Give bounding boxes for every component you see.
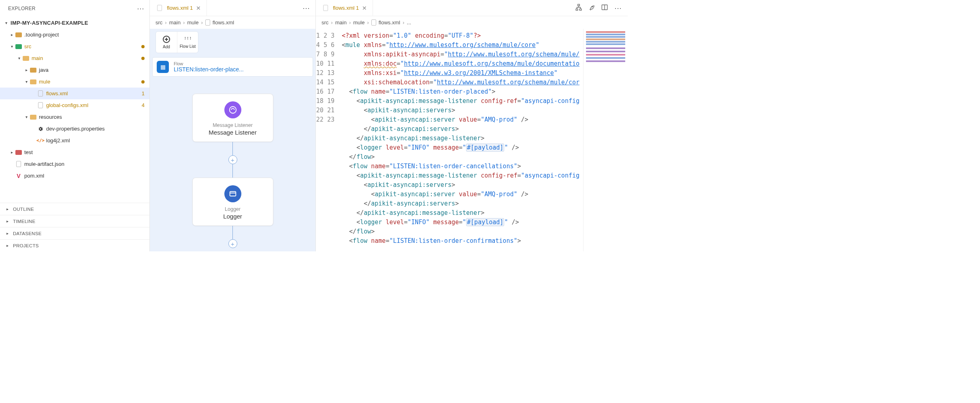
sliders-icon xyxy=(184,36,192,43)
design-breadcrumbs[interactable]: src› main› mule› flows.xml xyxy=(150,16,315,29)
section-outline[interactable]: ▸OUTLINE xyxy=(0,203,149,215)
svg-rect-1 xyxy=(230,192,236,196)
tree-item-src[interactable]: ▾ src xyxy=(0,41,149,52)
section-datasense[interactable]: ▸DATASENSE xyxy=(0,227,149,239)
chevron-right-icon: ▸ xyxy=(9,150,15,154)
file-icon xyxy=(36,102,45,108)
section-label: PROJECTS xyxy=(13,243,39,248)
section-projects[interactable]: ▸PROJECTS xyxy=(0,239,149,251)
tree-item-mule[interactable]: ▾ mule xyxy=(0,76,149,88)
flow-list-button[interactable]: Flow List xyxy=(177,32,198,53)
explorer-title: EXPLORER xyxy=(8,6,36,11)
tree-label: flows.xml xyxy=(46,90,68,96)
file-icon xyxy=(322,5,330,11)
line-gutter: 1 2 3 4 5 6 7 8 9 10 11 12 13 14 15 16 1… xyxy=(316,29,339,251)
split-editor-icon[interactable] xyxy=(601,4,608,12)
code-content[interactable]: <?xml version="1.0" encoding="UTF-8"?> <… xyxy=(339,29,583,251)
rocket-icon[interactable] xyxy=(588,4,595,12)
tree-item-global-configs[interactable]: ▸ global-configs.xml 4 xyxy=(0,99,149,111)
folder-icon xyxy=(29,115,37,120)
chevron-right-icon: ▸ xyxy=(23,68,29,72)
toolbar-label: Add xyxy=(163,45,170,49)
tree-item-java[interactable]: ▸ java xyxy=(0,64,149,76)
chevron-right-icon: › xyxy=(201,19,202,26)
component-message-listener[interactable]: Message Listener Message Listener xyxy=(192,94,273,142)
file-icon xyxy=(205,19,210,26)
editor-more-icon[interactable]: ⋯ xyxy=(614,4,622,12)
tree-item-test[interactable]: ▸ test xyxy=(0,146,149,158)
connector-line xyxy=(232,164,233,178)
component-kind: Logger xyxy=(198,206,268,212)
component-logger[interactable]: Logger Logger xyxy=(192,178,273,226)
tab-title: flows.xml 1 xyxy=(333,5,359,11)
folder-icon xyxy=(22,56,30,61)
tree-item-resources[interactable]: ▾ resources xyxy=(0,111,149,123)
minimap[interactable] xyxy=(583,29,628,251)
hierarchy-icon[interactable] xyxy=(575,4,582,12)
toolbar-label: Flow List xyxy=(180,44,196,49)
editor-tabbar: flows.xml 1 ✕ ⋯ xyxy=(316,0,628,16)
add-component-button[interactable]: + xyxy=(228,239,237,248)
chevron-right-icon: ▸ xyxy=(5,243,11,248)
crumb[interactable]: main xyxy=(335,19,347,26)
crumb[interactable]: src xyxy=(322,19,328,26)
design-tabbar: flows.xml 1 ✕ ⋯ xyxy=(150,0,315,16)
crumb[interactable]: src xyxy=(156,19,162,26)
sidebar-sections: ▸OUTLINE ▸TIMELINE ▸DATASENSE ▸PROJECTS xyxy=(0,203,149,251)
flow-node-title: LISTEN:listen-order-place... xyxy=(174,66,244,73)
project-root-row[interactable]: ▾ IMP-MY-ASYNCAPI-EXAMPLE xyxy=(0,17,149,29)
tree-item-devprops[interactable]: ▸ dev-properties.properties xyxy=(0,123,149,135)
design-canvas-wrap: Add Flow List ▦ Flow LISTEN:listen-order… xyxy=(150,29,315,251)
code-area[interactable]: 1 2 3 4 5 6 7 8 9 10 11 12 13 14 15 16 1… xyxy=(316,29,628,251)
chevron-down-icon: ▾ xyxy=(23,115,29,119)
chevron-right-icon: ▸ xyxy=(5,231,11,236)
close-icon[interactable]: ✕ xyxy=(196,5,201,11)
explorer-more-icon[interactable]: ⋯ xyxy=(136,5,145,12)
crumb[interactable]: ... xyxy=(407,19,411,26)
tree-item-main[interactable]: ▾ main xyxy=(0,52,149,64)
logger-icon xyxy=(224,185,241,202)
project-name: IMP-MY-ASYNCAPI-EXAMPLE xyxy=(11,20,88,26)
listener-icon xyxy=(224,101,241,118)
flow-header-node[interactable]: ▦ Flow LISTEN:listen-order-place... xyxy=(152,57,313,77)
tree-label: log4j2.xml xyxy=(46,137,70,144)
chevron-down-icon: ▾ xyxy=(9,44,15,49)
tree-item-mule-artifact[interactable]: ▸ mule-artifact.json xyxy=(0,158,149,170)
crumb-file[interactable]: flows.xml xyxy=(205,19,234,26)
close-icon[interactable]: ✕ xyxy=(362,5,367,11)
tree-item-flows-xml[interactable]: ▸ flows.xml 1 xyxy=(0,88,149,99)
folder-icon xyxy=(15,150,23,155)
file-icon xyxy=(371,19,376,26)
section-label: TIMELINE xyxy=(13,219,35,224)
svg-point-0 xyxy=(229,107,236,114)
tab-title: flows.xml 1 xyxy=(167,5,193,11)
svg-rect-3 xyxy=(576,9,578,11)
chevron-right-icon: ▸ xyxy=(5,207,11,211)
tab-flows-design[interactable]: flows.xml 1 ✕ xyxy=(150,0,207,16)
tab-flows-code[interactable]: flows.xml 1 ✕ xyxy=(316,0,373,16)
add-component-button[interactable]: + xyxy=(228,155,237,164)
add-button[interactable]: Add xyxy=(156,32,177,53)
section-timeline[interactable]: ▸TIMELINE xyxy=(0,215,149,227)
app-root: EXPLORER ⋯ ▾ IMP-MY-ASYNCAPI-EXAMPLE ▸ .… xyxy=(0,0,628,251)
tree-item-pom[interactable]: ▸ V pom.xml xyxy=(0,170,149,182)
gear-icon xyxy=(36,126,45,132)
flow-canvas[interactable]: Message Listener Message Listener + Logg… xyxy=(150,86,315,251)
chevron-down-icon: ▾ xyxy=(3,21,9,25)
tree-label: pom.xml xyxy=(24,173,44,179)
crumb-file[interactable]: flows.xml xyxy=(371,19,400,26)
design-toolbar: Add Flow List xyxy=(156,31,198,53)
design-more-icon[interactable]: ⋯ xyxy=(297,4,315,13)
tree-item-tooling[interactable]: ▸ .tooling-project xyxy=(0,29,149,41)
crumb[interactable]: main xyxy=(169,19,181,26)
tree-item-log4j2[interactable]: ▸ </> log4j2.xml xyxy=(0,135,149,146)
tree-label: main xyxy=(32,55,43,61)
folder-icon xyxy=(29,68,37,73)
maven-icon: V xyxy=(15,173,23,179)
crumb[interactable]: mule xyxy=(353,19,364,26)
svg-rect-4 xyxy=(579,9,582,11)
flow-node-icon: ▦ xyxy=(157,61,169,73)
editor-breadcrumbs[interactable]: src› main› mule› flows.xml› ... xyxy=(316,16,628,29)
explorer-sidebar: EXPLORER ⋯ ▾ IMP-MY-ASYNCAPI-EXAMPLE ▸ .… xyxy=(0,0,150,251)
crumb[interactable]: mule xyxy=(187,19,198,26)
